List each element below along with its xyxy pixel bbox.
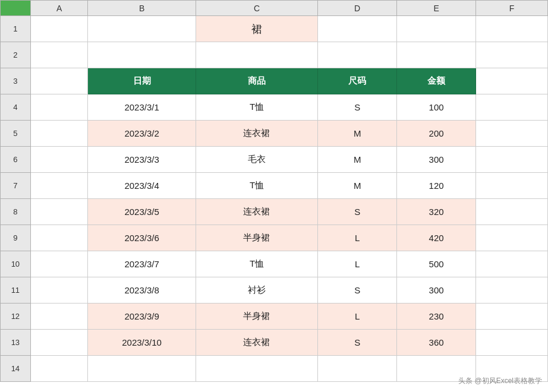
cell-e-14[interactable] [397, 356, 476, 382]
cell-d-7[interactable]: M [318, 173, 397, 199]
cell-e-9[interactable]: 420 [397, 225, 476, 251]
row-number[interactable]: 4 [1, 94, 31, 121]
cell-e-11[interactable]: 300 [397, 277, 476, 304]
cell-a-4[interactable] [30, 94, 88, 121]
cell-e-2[interactable] [397, 42, 476, 68]
cell-d-11[interactable]: S [318, 277, 397, 304]
cell-d-3[interactable]: 尺码 [318, 68, 397, 94]
cell-e-8[interactable]: 320 [397, 199, 476, 225]
row-number[interactable]: 11 [1, 277, 31, 304]
cell-c-6[interactable]: 毛衣 [196, 147, 317, 173]
cell-a-14[interactable] [30, 356, 88, 382]
row-number[interactable]: 13 [1, 330, 31, 356]
cell-a-6[interactable] [30, 147, 88, 173]
cell-f-2[interactable] [476, 42, 548, 68]
cell-b-12[interactable]: 2023/3/9 [88, 304, 196, 330]
cell-b-1[interactable] [88, 16, 196, 42]
cell-d-14[interactable] [318, 356, 397, 382]
col-header-f[interactable]: F [476, 1, 548, 16]
row-number[interactable]: 3 [1, 68, 31, 94]
cell-c-4[interactable]: T恤 [196, 94, 317, 121]
cell-f-8[interactable] [476, 199, 548, 225]
cell-f-11[interactable] [476, 277, 548, 304]
cell-e-13[interactable]: 360 [397, 330, 476, 356]
cell-a-2[interactable] [30, 42, 88, 68]
col-header-c[interactable]: C [196, 1, 317, 16]
cell-f-3[interactable] [476, 68, 548, 94]
cell-e-5[interactable]: 200 [397, 121, 476, 147]
cell-b-6[interactable]: 2023/3/3 [88, 147, 196, 173]
cell-a-13[interactable] [30, 330, 88, 356]
row-number[interactable]: 12 [1, 304, 31, 330]
col-header-e[interactable]: E [397, 1, 476, 16]
cell-c-7[interactable]: T恤 [196, 173, 317, 199]
cell-a-1[interactable] [30, 16, 88, 42]
cell-f-6[interactable] [476, 147, 548, 173]
cell-d-10[interactable]: L [318, 251, 397, 277]
cell-f-1[interactable] [476, 16, 548, 42]
row-number[interactable]: 9 [1, 225, 31, 251]
cell-f-7[interactable] [476, 173, 548, 199]
cell-a-12[interactable] [30, 304, 88, 330]
cell-c-2[interactable] [196, 42, 317, 68]
cell-d-9[interactable]: L [318, 225, 397, 251]
cell-e-12[interactable]: 230 [397, 304, 476, 330]
cell-a-11[interactable] [30, 277, 88, 304]
cell-b-11[interactable]: 2023/3/8 [88, 277, 196, 304]
cell-b-13[interactable]: 2023/3/10 [88, 330, 196, 356]
cell-c-1[interactable]: 裙 [196, 16, 317, 42]
cell-c-14[interactable] [196, 356, 317, 382]
cell-c-8[interactable]: 连衣裙 [196, 199, 317, 225]
row-number[interactable]: 6 [1, 147, 31, 173]
row-number[interactable]: 10 [1, 251, 31, 277]
cell-b-5[interactable]: 2023/3/2 [88, 121, 196, 147]
cell-e-6[interactable]: 300 [397, 147, 476, 173]
cell-f-13[interactable] [476, 330, 548, 356]
cell-d-2[interactable] [318, 42, 397, 68]
cell-a-9[interactable] [30, 225, 88, 251]
cell-d-4[interactable]: S [318, 94, 397, 121]
cell-c-11[interactable]: 衬衫 [196, 277, 317, 304]
cell-a-3[interactable] [30, 68, 88, 94]
row-number[interactable]: 2 [1, 42, 31, 68]
cell-e-3[interactable]: 金额 [397, 68, 476, 94]
cell-b-3[interactable]: 日期 [88, 68, 196, 94]
cell-d-8[interactable]: S [318, 199, 397, 225]
cell-b-7[interactable]: 2023/3/4 [88, 173, 196, 199]
cell-d-5[interactable]: M [318, 121, 397, 147]
cell-d-12[interactable]: L [318, 304, 397, 330]
row-number[interactable]: 8 [1, 199, 31, 225]
cell-b-14[interactable] [88, 356, 196, 382]
row-number[interactable]: 5 [1, 121, 31, 147]
row-number[interactable]: 7 [1, 173, 31, 199]
cell-f-10[interactable] [476, 251, 548, 277]
cell-b-4[interactable]: 2023/3/1 [88, 94, 196, 121]
cell-b-8[interactable]: 2023/3/5 [88, 199, 196, 225]
cell-f-14[interactable] [476, 356, 548, 382]
cell-b-2[interactable] [88, 42, 196, 68]
cell-a-5[interactable] [30, 121, 88, 147]
cell-c-13[interactable]: 连衣裙 [196, 330, 317, 356]
row-number[interactable]: 14 [1, 356, 31, 382]
row-number[interactable]: 1 [1, 16, 31, 42]
cell-a-8[interactable] [30, 199, 88, 225]
cell-f-12[interactable] [476, 304, 548, 330]
cell-f-9[interactable] [476, 225, 548, 251]
cell-e-7[interactable]: 120 [397, 173, 476, 199]
cell-f-5[interactable] [476, 121, 548, 147]
cell-c-5[interactable]: 连衣裙 [196, 121, 317, 147]
cell-b-9[interactable]: 2023/3/6 [88, 225, 196, 251]
cell-c-12[interactable]: 半身裙 [196, 304, 317, 330]
cell-c-3[interactable]: 商品 [196, 68, 317, 94]
cell-c-10[interactable]: T恤 [196, 251, 317, 277]
cell-a-10[interactable] [30, 251, 88, 277]
col-header-a[interactable]: A [30, 1, 88, 16]
cell-d-1[interactable] [318, 16, 397, 42]
cell-b-10[interactable]: 2023/3/7 [88, 251, 196, 277]
cell-d-6[interactable]: M [318, 147, 397, 173]
cell-f-4[interactable] [476, 94, 548, 121]
col-header-d[interactable]: D [318, 1, 397, 16]
cell-c-9[interactable]: 半身裙 [196, 225, 317, 251]
cell-a-7[interactable] [30, 173, 88, 199]
cell-e-10[interactable]: 500 [397, 251, 476, 277]
